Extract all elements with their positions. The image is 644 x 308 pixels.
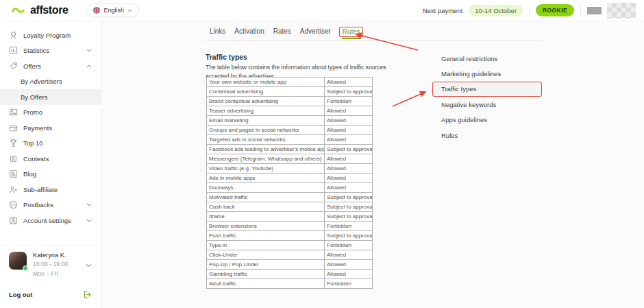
traffic-type-cell: Iframe xyxy=(207,212,325,222)
language-label: English xyxy=(103,7,124,14)
user-days: Mon – Fri xyxy=(33,270,68,279)
sidebar-item-by-offers[interactable]: By Offers xyxy=(0,89,101,105)
rules-menu-item-traffic-types[interactable]: Traffic types xyxy=(432,82,542,97)
traffic-status-cell: Allowed xyxy=(325,183,373,193)
sidebar-item-blog[interactable]: Blog xyxy=(0,167,101,182)
tab-rules[interactable]: Rules xyxy=(340,27,363,36)
traffic-status-cell: Forbidden xyxy=(325,222,373,231)
logout-label: Log out xyxy=(9,291,32,298)
traffic-status-cell: Forbidden xyxy=(325,241,373,250)
traffic-status-cell: Allowed xyxy=(325,126,373,135)
table-row: Ads in mobile apps Allowed xyxy=(207,174,373,183)
sidebar-item-sub-affiliate[interactable]: Sub-affiliate xyxy=(0,182,101,198)
sidebar: Loyalty Program Statistics Offers By Adv… xyxy=(0,21,101,308)
sidebar-item-loyalty-program[interactable]: Loyalty Program xyxy=(0,27,101,43)
traffic-status-cell: Subject to approval xyxy=(325,145,373,154)
sidebar-item-by-advertisers[interactable]: By Advertisers xyxy=(0,74,101,90)
sidebar-item-top-10[interactable]: Top 10 xyxy=(0,136,101,152)
tab-links[interactable]: Links xyxy=(210,27,225,36)
top-bar-right: Next payment 10-14 October ROOKIE xyxy=(423,3,636,19)
rules-menu-item-negative-keywords[interactable]: Negative keywords xyxy=(432,97,542,112)
traffic-status-cell: Allowed xyxy=(325,78,373,87)
image-icon xyxy=(9,108,18,117)
logout-row[interactable]: Log out xyxy=(0,283,101,308)
tab-advertiser[interactable]: Advertiser xyxy=(300,27,331,36)
tab-activation[interactable]: Activation xyxy=(234,27,264,36)
status-badge[interactable]: ROOKIE xyxy=(536,4,574,16)
tabs: LinksActivationRatesAdvertiserRules xyxy=(210,27,362,36)
traffic-status-cell: Subject to approval xyxy=(325,212,373,222)
chevron-down-icon xyxy=(86,49,92,52)
table-row: Motivated traffic Subject to approval xyxy=(207,193,373,202)
rules-menu-item-marketing-guidelines[interactable]: Marketing guidelines xyxy=(432,66,542,81)
table-row: Gambling traffic Allowed xyxy=(207,270,373,279)
sidebar-bottom: Kateryna K. 10:00 - 19:00 Mon – Fri Log … xyxy=(0,245,101,308)
table-row: Email marketing Allowed xyxy=(207,116,373,126)
traffic-status-cell: Forbidden xyxy=(325,97,373,106)
trophy-icon xyxy=(9,139,18,147)
traffic-type-cell: Messengers (Telegram, Whatsapp and other… xyxy=(207,154,325,164)
traffic-type-cell: Browser extensions xyxy=(207,222,325,231)
traffic-type-cell: Teaser advertising xyxy=(207,106,325,116)
user-hours: 10:00 - 19:00 xyxy=(33,260,68,269)
traffic-status-cell: Allowed xyxy=(325,174,373,183)
traffic-type-cell: Contextual advertising xyxy=(207,87,325,97)
sidebar-item-account-settings[interactable]: Account settings xyxy=(0,213,101,228)
traffic-type-cell: Pop-Up / Pop-Under xyxy=(207,260,325,270)
censored-balance xyxy=(587,3,636,19)
traffic-type-cell: Groups and pages in social networks xyxy=(207,126,325,135)
table-row: Teaser advertising Allowed xyxy=(207,106,373,116)
table-row: Push traffic Subject to approval xyxy=(207,231,373,241)
rules-menu-item-general-restrictions[interactable]: General restrictions xyxy=(432,51,542,66)
traffic-type-cell: Your own website or mobile app xyxy=(207,78,325,87)
traffic-type-cell: Ads in mobile apps xyxy=(207,174,325,183)
traffic-type-cell: Push traffic xyxy=(207,231,325,241)
sidebar-item-promo[interactable]: Promo xyxy=(0,105,101,121)
traffic-status-cell: Subject to approval xyxy=(325,231,373,241)
tab-rates[interactable]: Rates xyxy=(273,27,291,36)
traffic-status-cell: Allowed xyxy=(325,260,373,270)
traffic-status-cell: Allowed xyxy=(325,106,373,116)
table-row: Groups and pages in social networks Allo… xyxy=(207,126,373,135)
traffic-type-cell: Brand contextual advertising xyxy=(207,97,325,106)
traffic-type-cell: Click-Under xyxy=(207,250,325,260)
sidebar-nav: Loyalty Program Statistics Offers By Adv… xyxy=(0,21,101,228)
traffic-type-cell: Facebook ads leading to advertiser's mob… xyxy=(207,145,325,154)
traffic-type-cell: Targeted ads in social networks xyxy=(207,135,325,145)
main-content: LinksActivationRatesAdvertiserRules Traf… xyxy=(102,21,644,308)
traffic-type-cell: Motivated traffic xyxy=(207,193,325,202)
page-title: Traffic types xyxy=(206,54,247,61)
rules-menu-item-apps-guidelines[interactable]: Apps guidelines xyxy=(432,112,542,128)
sidebar-item-statistics[interactable]: Statistics xyxy=(0,43,101,59)
traffic-status-cell: Allowed xyxy=(325,164,373,174)
affstore-app: affstore English Next payment 10-14 Octo… xyxy=(0,0,644,308)
sidebar-item-contests[interactable]: Contests xyxy=(0,151,101,167)
brand-name: affstore xyxy=(30,4,68,16)
code-icon xyxy=(9,200,18,209)
affstore-logo-icon xyxy=(12,5,26,15)
chart-icon xyxy=(9,46,18,55)
rules-menu-item-rules[interactable]: Rules xyxy=(432,128,542,143)
traffic-type-cell: Doorways xyxy=(207,183,325,193)
account-icon xyxy=(9,216,18,225)
wallet-icon xyxy=(9,123,18,132)
chevron-down-icon xyxy=(127,9,132,12)
language-selector[interactable]: English xyxy=(86,3,139,17)
traffic-type-cell: Type-in xyxy=(207,241,325,250)
user-card[interactable]: Kateryna K. 10:00 - 19:00 Mon – Fri xyxy=(0,245,101,283)
sidebar-item-payments[interactable]: Payments xyxy=(0,120,101,136)
sidebar-item-postbacks[interactable]: Postbacks xyxy=(0,198,101,213)
medal-icon xyxy=(9,31,18,40)
blog-icon xyxy=(9,169,18,178)
next-payment-badge: 10-14 October xyxy=(469,5,523,16)
table-row: Browser extensions Forbidden xyxy=(207,222,373,231)
divider xyxy=(529,5,530,16)
table-row: Facebook ads leading to advertiser's mob… xyxy=(207,145,373,154)
affstore-logo[interactable]: affstore xyxy=(12,4,68,16)
contest-icon xyxy=(9,154,18,163)
traffic-type-cell: Email marketing xyxy=(207,116,325,126)
uk-flag-icon xyxy=(93,7,100,14)
sidebar-item-offers[interactable]: Offers xyxy=(0,58,101,74)
table-row: Brand contextual advertising Forbidden xyxy=(207,97,373,106)
traffic-status-cell: Subject to approval xyxy=(325,202,373,212)
